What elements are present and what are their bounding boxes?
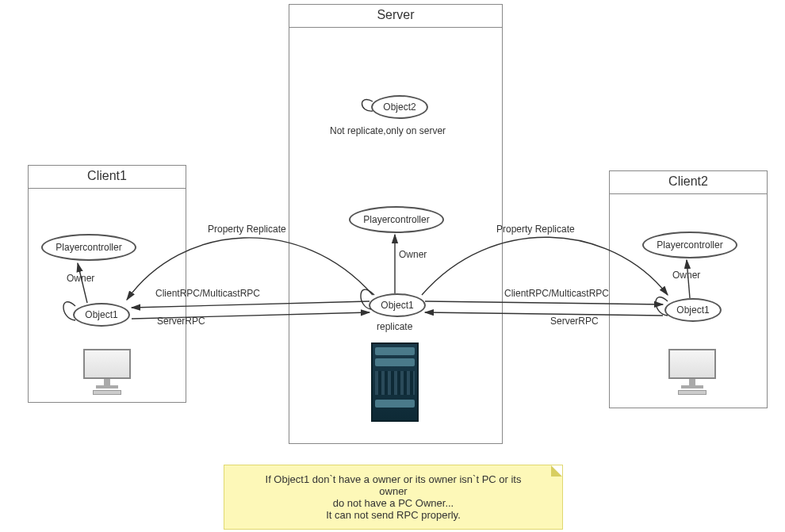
footer-note: If Object1 don`t have a owner or its own…: [224, 465, 563, 530]
client2-object1: Object1: [664, 298, 722, 322]
note-line3: It can not send RPC properly.: [256, 509, 530, 521]
client1-monitor-icon: [79, 349, 135, 396]
client1-playercontroller: Playercontroller: [41, 234, 136, 261]
server-owner-label: Owner: [399, 249, 427, 260]
client1-title: Client1: [29, 169, 186, 183]
client2-monitor-icon: [664, 349, 720, 396]
client1-owner-label: Owner: [67, 273, 94, 284]
server-not-replicate-label: Not replicate,only on server: [330, 125, 446, 136]
client2-owner-label: Owner: [672, 270, 700, 281]
client2-title: Client2: [610, 174, 767, 189]
serverrpc-left-label: ServerRPC: [157, 316, 205, 327]
note-line2: do not have a PC Owner...: [256, 497, 530, 509]
property-replicate-right-label: Property Replicate: [496, 224, 575, 235]
property-replicate-left-label: Property Replicate: [208, 224, 286, 235]
server-object2: Object2: [371, 95, 428, 119]
serverrpc-right-label: ServerRPC: [550, 316, 599, 327]
server-rack-icon: [371, 343, 419, 422]
server-object1: Object1: [369, 293, 426, 317]
note-line1: If Object1 don`t have a owner or its own…: [256, 473, 530, 497]
clientrpc-right-label: ClientRPC/MulticastRPC: [504, 288, 609, 299]
server-title: Server: [289, 8, 502, 22]
client2-playercontroller: Playercontroller: [642, 232, 737, 258]
server-playercontroller: Playercontroller: [349, 206, 444, 233]
client1-object1: Object1: [73, 303, 130, 327]
server-replicate-label: replicate: [377, 321, 412, 332]
clientrpc-left-label: ClientRPC/MulticastRPC: [155, 288, 260, 299]
